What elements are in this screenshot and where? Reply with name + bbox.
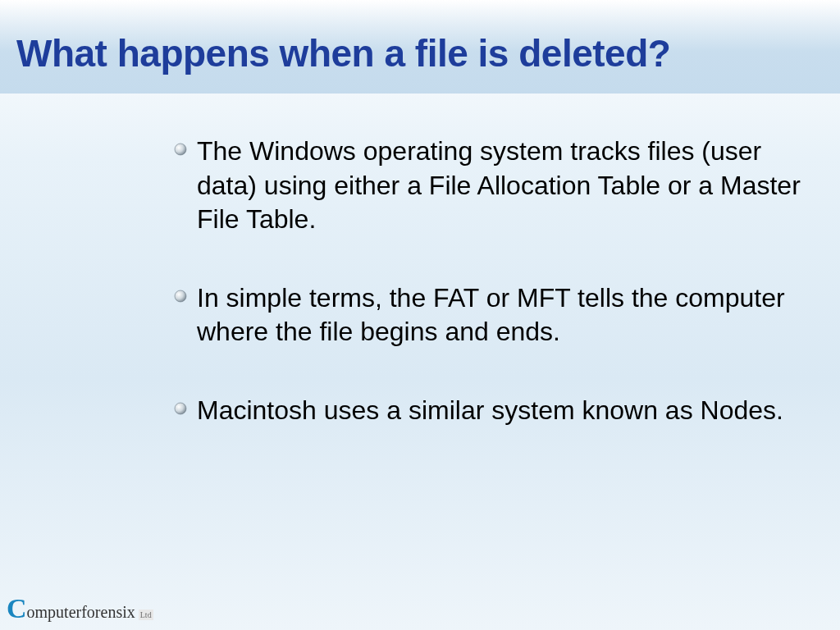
bullet-text: Macintosh uses a similar system known as… <box>197 394 783 428</box>
svg-point-0 <box>175 144 186 155</box>
bullet-icon <box>174 402 187 415</box>
logo-initial: C <box>7 596 26 622</box>
bullet-icon <box>174 290 187 303</box>
list-item: In simple terms, the FAT or MFT tells th… <box>174 281 820 349</box>
list-item: The Windows operating system tracks file… <box>174 135 820 237</box>
bullet-icon <box>174 143 187 156</box>
logo-name: omputerforensix <box>27 603 135 622</box>
slide-content: The Windows operating system tracks file… <box>0 94 840 489</box>
title-band: What happens when a file is deleted? <box>0 0 840 94</box>
svg-point-2 <box>175 403 186 414</box>
slide-title: What happens when a file is deleted? <box>16 31 824 75</box>
footer-logo: C omputerforensix Ltd <box>7 596 153 622</box>
logo-suffix: Ltd <box>139 609 153 620</box>
svg-point-1 <box>175 290 186 302</box>
list-item: Macintosh uses a similar system known as… <box>174 394 820 428</box>
bullet-text: The Windows operating system tracks file… <box>197 135 820 237</box>
bullet-text: In simple terms, the FAT or MFT tells th… <box>197 281 820 349</box>
